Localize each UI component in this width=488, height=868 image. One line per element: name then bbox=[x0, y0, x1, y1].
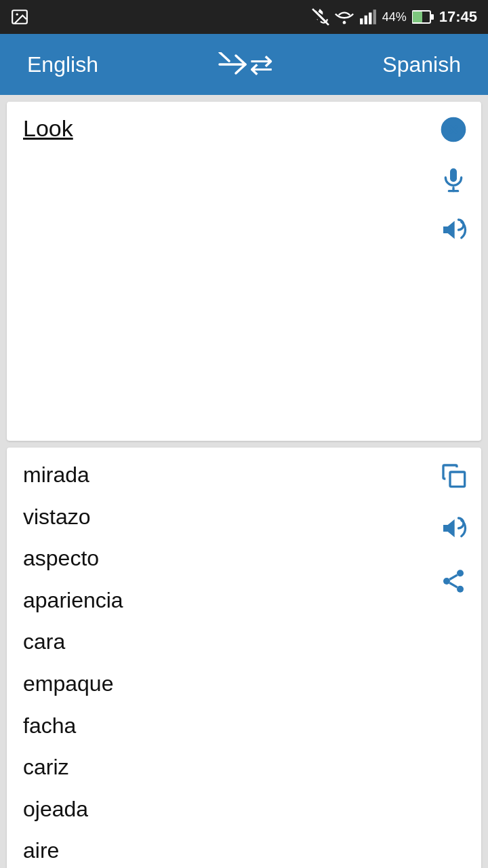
status-time: 17:45 bbox=[439, 8, 477, 26]
speaker-icon bbox=[440, 216, 467, 243]
list-item: cara bbox=[23, 621, 427, 663]
results-actions bbox=[436, 458, 470, 598]
list-item: apariencia bbox=[23, 580, 427, 622]
copy-icon bbox=[440, 462, 467, 489]
svg-rect-14 bbox=[450, 168, 457, 182]
svg-point-20 bbox=[457, 570, 464, 576]
list-item: aire bbox=[23, 830, 427, 868]
svg-rect-8 bbox=[413, 12, 422, 22]
list-item: aspecto bbox=[23, 538, 427, 580]
target-language-label[interactable]: Spanish bbox=[339, 52, 461, 77]
list-item: mirada bbox=[23, 454, 427, 496]
status-left bbox=[11, 8, 28, 26]
svg-rect-6 bbox=[373, 9, 375, 24]
list-item: empaque bbox=[23, 663, 427, 705]
input-area: Look bbox=[7, 102, 481, 441]
source-language-label[interactable]: English bbox=[27, 52, 149, 77]
share-button[interactable] bbox=[436, 564, 470, 598]
svg-point-21 bbox=[443, 578, 450, 585]
clear-button[interactable] bbox=[436, 113, 470, 146]
input-actions bbox=[436, 113, 470, 247]
speak-input-button[interactable] bbox=[436, 213, 470, 247]
svg-rect-5 bbox=[369, 13, 371, 24]
translation-list: mirada vistazo aspecto apariencia cara e… bbox=[23, 454, 427, 868]
status-bar: 44% 17:45 bbox=[0, 0, 488, 34]
microphone-icon bbox=[440, 166, 467, 193]
input-text[interactable]: Look bbox=[23, 115, 427, 149]
list-item: cariz bbox=[23, 747, 427, 789]
list-item: vistazo bbox=[23, 496, 427, 538]
svg-rect-9 bbox=[430, 14, 434, 20]
swap-arrows-icon: ⇄ bbox=[249, 50, 273, 79]
copy-button[interactable] bbox=[436, 458, 470, 492]
share-icon bbox=[440, 568, 467, 595]
svg-rect-18 bbox=[450, 472, 465, 487]
signal-icon bbox=[359, 8, 377, 26]
results-area: mirada vistazo aspecto apariencia cara e… bbox=[7, 448, 481, 868]
speaker-result-icon bbox=[440, 515, 467, 542]
image-icon bbox=[11, 8, 28, 26]
svg-line-23 bbox=[449, 583, 457, 588]
mute-icon bbox=[312, 8, 329, 26]
svg-line-24 bbox=[449, 575, 457, 580]
status-right: 44% 17:45 bbox=[312, 7, 477, 26]
list-item: facha bbox=[23, 705, 427, 747]
battery-level: 44% bbox=[382, 10, 407, 24]
toolbar: English ⇄ Spanish bbox=[0, 34, 488, 95]
wifi-icon bbox=[335, 7, 354, 26]
svg-rect-3 bbox=[360, 18, 363, 24]
swap-languages-button[interactable]: ⇄ bbox=[216, 50, 273, 79]
svg-point-22 bbox=[457, 586, 464, 593]
list-item: ojeada bbox=[23, 789, 427, 831]
swap-icon bbox=[216, 52, 249, 77]
battery-icon bbox=[412, 9, 434, 24]
microphone-button[interactable] bbox=[436, 163, 470, 197]
svg-marker-19 bbox=[443, 519, 455, 538]
speak-result-button[interactable] bbox=[436, 511, 470, 545]
svg-marker-17 bbox=[443, 221, 455, 239]
clear-icon bbox=[440, 116, 467, 143]
svg-point-1 bbox=[16, 14, 18, 16]
svg-rect-4 bbox=[364, 16, 367, 24]
